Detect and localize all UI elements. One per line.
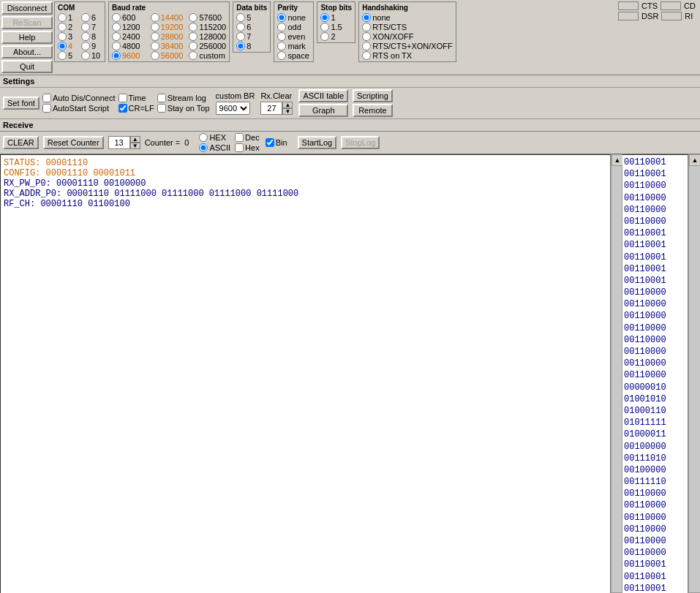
stay-top-checkbox[interactable] bbox=[157, 104, 166, 113]
hs-rts-xon-radio[interactable] bbox=[362, 42, 371, 50]
clear-button[interactable]: CLEAR bbox=[3, 136, 39, 149]
com-1-radio[interactable] bbox=[58, 13, 67, 22]
rescan-button[interactable]: ReScan bbox=[1, 16, 53, 29]
baud-38400-radio[interactable] bbox=[151, 42, 159, 50]
disconnect-button[interactable]: Disconnect bbox=[1, 1, 53, 15]
settings-row: Set font Auto Dis/Connect AutoStart Scri… bbox=[0, 88, 700, 119]
baud-9600-radio[interactable] bbox=[112, 51, 121, 60]
hex-line: 00100000 bbox=[624, 464, 686, 476]
com-2-radio[interactable] bbox=[58, 23, 67, 31]
receive-spinner-up[interactable]: ▲ bbox=[130, 136, 140, 143]
dec-checkbox[interactable] bbox=[235, 133, 244, 142]
ascii-table-button[interactable]: ASCII table bbox=[298, 89, 348, 102]
checkbox-group-right: Stream log Stay on Top bbox=[157, 94, 210, 113]
baud-57600-radio[interactable] bbox=[189, 13, 197, 22]
about-button[interactable]: About... bbox=[1, 45, 53, 58]
com-1-row: 1 bbox=[58, 13, 78, 22]
sb-2-radio[interactable] bbox=[320, 32, 329, 41]
com-5-radio[interactable] bbox=[58, 51, 67, 60]
db-5-radio[interactable] bbox=[236, 13, 245, 22]
scripting-button[interactable]: Scripting bbox=[353, 89, 393, 102]
autostart-label: AutoStart Script bbox=[53, 104, 109, 113]
baud-custom-radio[interactable] bbox=[189, 51, 197, 60]
hs-none-radio[interactable] bbox=[362, 13, 371, 22]
spinner-down-btn[interactable]: ▼ bbox=[282, 108, 293, 115]
receive-spinner-input[interactable] bbox=[108, 136, 130, 149]
sb-1-radio[interactable] bbox=[320, 13, 329, 22]
db-8-radio[interactable] bbox=[236, 42, 245, 50]
p-none-radio[interactable] bbox=[277, 13, 286, 22]
custom-br-select[interactable]: 9600 bbox=[216, 102, 250, 115]
baud-28800-label: 28800 bbox=[161, 32, 184, 41]
ascii-radio-row: ASCII bbox=[199, 143, 230, 152]
com-8-radio[interactable] bbox=[81, 32, 90, 41]
com-port-label: COM bbox=[58, 4, 102, 12]
auto-dis-checkbox[interactable] bbox=[42, 94, 51, 102]
baud-115200-label: 115200 bbox=[199, 23, 226, 31]
help-button[interactable]: Help bbox=[1, 31, 53, 44]
hex-line: 00110001 bbox=[624, 559, 686, 570]
baud-1200-radio[interactable] bbox=[112, 23, 121, 31]
sb-15-radio[interactable] bbox=[320, 23, 329, 31]
time-checkbox[interactable] bbox=[118, 94, 127, 102]
com-3-radio[interactable] bbox=[58, 32, 67, 41]
graph-button[interactable]: Graph bbox=[298, 104, 348, 117]
set-font-button[interactable]: Set font bbox=[3, 97, 39, 110]
hex-line: 00110000 bbox=[624, 192, 686, 204]
baud-28800-radio[interactable] bbox=[151, 32, 159, 41]
com-4-radio[interactable] bbox=[58, 42, 67, 50]
stop-log-button[interactable]: StopLog bbox=[341, 136, 380, 149]
baud-14400-radio[interactable] bbox=[151, 13, 159, 22]
baud-115200-radio[interactable] bbox=[189, 23, 197, 31]
baud-56000-radio[interactable] bbox=[151, 51, 159, 60]
hs-xon-xoff-row: XON/XOFF bbox=[362, 32, 453, 41]
reset-counter-button[interactable]: Reset Counter bbox=[43, 136, 104, 149]
p-even-radio[interactable] bbox=[277, 32, 286, 41]
stream-log-checkbox[interactable] bbox=[157, 94, 166, 102]
start-log-button[interactable]: StartLog bbox=[298, 136, 337, 149]
hex-checkbox[interactable] bbox=[235, 143, 244, 152]
baud-256000-radio[interactable] bbox=[189, 42, 197, 50]
hex-line: 01000110 bbox=[624, 405, 686, 417]
spinner-up-btn[interactable]: ▲ bbox=[282, 102, 293, 108]
com-6-label: 6 bbox=[91, 13, 96, 22]
hs-rts-tx-radio[interactable] bbox=[362, 51, 371, 60]
data-bits-radios: 5 6 7 8 bbox=[236, 13, 267, 50]
baud-19200-radio[interactable] bbox=[151, 23, 159, 31]
p-space-radio[interactable] bbox=[277, 51, 286, 60]
hs-xon-xoff-radio[interactable] bbox=[362, 32, 371, 41]
com-9-radio[interactable] bbox=[81, 42, 90, 50]
hex-scroll-up-btn[interactable]: ▲ bbox=[689, 154, 700, 166]
counter-value: 0 bbox=[184, 138, 189, 147]
hs-rts-cts-label: RTS/CTS bbox=[372, 23, 407, 31]
baud-2400-radio[interactable] bbox=[112, 32, 121, 41]
db-6-radio[interactable] bbox=[236, 23, 245, 31]
remote-button[interactable]: Remote bbox=[353, 104, 393, 117]
crlf-checkbox[interactable] bbox=[118, 104, 127, 113]
bin-checkbox[interactable] bbox=[266, 138, 274, 147]
com-6-radio[interactable] bbox=[81, 13, 90, 22]
db-7-radio[interactable] bbox=[236, 32, 245, 41]
com-7-radio[interactable] bbox=[81, 23, 90, 31]
quit-button[interactable]: Quit bbox=[1, 60, 53, 73]
baud-4800-radio[interactable] bbox=[112, 42, 121, 50]
ascii-radio[interactable] bbox=[199, 143, 208, 152]
baud-custom-row: custom bbox=[189, 51, 226, 60]
baud-600-radio[interactable] bbox=[112, 13, 121, 22]
com-10-radio[interactable] bbox=[81, 51, 90, 60]
scroll-up-btn[interactable]: ▲ bbox=[611, 154, 623, 166]
rx-clear-input[interactable] bbox=[260, 102, 282, 115]
hs-rts-cts-radio[interactable] bbox=[362, 23, 371, 31]
hex-scrollbar[interactable]: ▲ ▼ bbox=[688, 154, 700, 593]
main-scrollbar[interactable]: ▲ ▼ bbox=[611, 154, 622, 593]
baud-128000-radio[interactable] bbox=[189, 32, 197, 41]
p-odd-label: odd bbox=[287, 23, 301, 31]
p-odd-radio[interactable] bbox=[277, 23, 286, 31]
cts-row: CTS CD bbox=[618, 1, 696, 10]
p-mark-radio[interactable] bbox=[277, 42, 286, 50]
autostart-checkbox[interactable] bbox=[42, 104, 51, 113]
hex-line: 01011111 bbox=[624, 417, 686, 428]
hex-radio[interactable] bbox=[199, 133, 208, 142]
baud-128000-label: 128000 bbox=[199, 32, 226, 41]
receive-spinner-down[interactable]: ▼ bbox=[130, 143, 140, 149]
